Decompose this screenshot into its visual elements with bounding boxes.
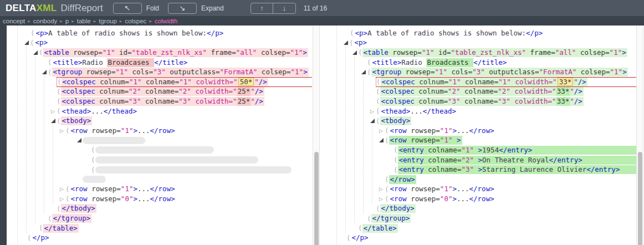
breadcrumb-item-concept[interactable]: concept bbox=[3, 18, 25, 24]
selected-change-value[interactable]: 33* bbox=[558, 78, 574, 86]
extent-bracket-icon: ( bbox=[358, 48, 362, 57]
fold-collapsed-icon[interactable]: ▷ bbox=[49, 109, 57, 114]
extent-bracket-icon: ( bbox=[385, 195, 389, 203]
fold-collapsed-icon[interactable]: ▷ bbox=[58, 186, 65, 192]
fold-collapsed-icon[interactable]: ▷ bbox=[377, 196, 385, 202]
text-content-token: Radio bbox=[401, 58, 426, 67]
selected-change-value[interactable]: 50* bbox=[238, 78, 254, 86]
line-body: (<row rowsep="1">...</row> bbox=[385, 185, 636, 195]
extent-bracket-icon: ( bbox=[358, 224, 362, 232]
breadcrumb-item-colwidth[interactable]: colwidth bbox=[155, 18, 178, 24]
attribute-name-token: cols= bbox=[447, 68, 472, 76]
tag-token: > bbox=[622, 48, 626, 57]
attribute-value-token: "3" bbox=[461, 165, 474, 174]
fold-expanded-icon[interactable] bbox=[40, 70, 48, 74]
tag-token: </p> bbox=[207, 29, 223, 38]
breadcrumb-item-conbody[interactable]: conbody bbox=[33, 18, 57, 24]
diff-change[interactable]: </tgroup> bbox=[52, 214, 92, 223]
attribute-value-token: " bbox=[570, 87, 574, 96]
code-line: (<tbody> bbox=[8, 116, 312, 126]
diff-change[interactable]: <colspec colnum="2" colname="2" colwidth… bbox=[61, 87, 264, 96]
fold-expanded-icon[interactable] bbox=[32, 50, 39, 55]
diff-change[interactable]: <entry colname="2" >On Theatre Royal</en… bbox=[398, 156, 636, 165]
diff-change[interactable]: </table> bbox=[43, 224, 79, 233]
line-body: (</tgroup> bbox=[48, 213, 312, 223]
line-content: <row rowsep="0">...</row> bbox=[70, 195, 176, 203]
scrollbar-track-left[interactable] bbox=[313, 25, 320, 245]
attribute-name-token: colsep= bbox=[576, 68, 610, 76]
diff-change[interactable]: </table> bbox=[362, 224, 398, 233]
fold-expanded-icon[interactable] bbox=[351, 50, 358, 55]
logo-delta: DELTA bbox=[6, 3, 37, 13]
previous-change-button[interactable]: ↑ bbox=[251, 3, 273, 13]
breadcrumb-item-table[interactable]: table bbox=[77, 18, 91, 24]
diff-change[interactable]: <entry colname="1" >1954</entry> bbox=[398, 146, 636, 155]
scrollbar-thumb-right[interactable] bbox=[638, 152, 642, 245]
diff-change[interactable]: <row rowsep="1" > bbox=[389, 136, 462, 145]
diff-change[interactable]: <table rowsep="1" id="table_zst_nlk_xs" … bbox=[362, 48, 627, 57]
attribute-value-token: "1" bbox=[121, 126, 134, 135]
fold-expanded-icon[interactable] bbox=[342, 40, 349, 45]
fold-button[interactable]: ↖ bbox=[113, 3, 142, 14]
diff-change[interactable]: <tgroup rowsep="1" cols="3" outputclass=… bbox=[52, 68, 309, 76]
tag-token: </tgroup> bbox=[372, 214, 410, 223]
scrollbar-thumb-left[interactable] bbox=[314, 152, 319, 245]
fold-arrow-icon: ↖ bbox=[124, 4, 130, 12]
text-content-token: Starring Laurence Olivier bbox=[482, 165, 586, 174]
attribute-value-token: "2" bbox=[448, 87, 461, 96]
tag-token: </table> bbox=[44, 224, 78, 233]
diff-change[interactable]: </tbody> bbox=[380, 204, 416, 213]
attribute-name-token: outputclass= bbox=[485, 68, 539, 76]
extent-bracket-icon: ( bbox=[57, 107, 61, 115]
triangle-glyph bbox=[33, 50, 38, 55]
tag-token: <p> bbox=[35, 38, 48, 47]
fold-expanded-icon[interactable] bbox=[49, 119, 57, 123]
fold-collapsed-icon[interactable]: ▷ bbox=[377, 186, 385, 192]
attribute-name-token: frame= bbox=[207, 48, 236, 57]
breadcrumb-item-p[interactable]: p bbox=[65, 18, 69, 24]
extent-bracket-icon: ( bbox=[65, 195, 70, 203]
fold-expanded-icon[interactable] bbox=[23, 40, 30, 45]
diff-change[interactable]: <colspec colnum="1" colname="1" colwidth… bbox=[381, 78, 587, 86]
diff-change[interactable]: <table rowsep="1" id="table_zst_nlk_xs" … bbox=[43, 48, 308, 57]
code-line: ▷(<thead>...</thead> bbox=[327, 106, 636, 116]
fold-expanded-icon[interactable] bbox=[360, 70, 367, 74]
tag-token: </title> bbox=[154, 58, 187, 67]
fold-collapsed-icon[interactable]: ▷ bbox=[58, 128, 65, 134]
diff-change[interactable]: <colspec colnum="3" colname="3" colwidth… bbox=[380, 97, 584, 106]
tag-token: </thead> bbox=[423, 107, 456, 116]
fold-expanded-icon[interactable] bbox=[75, 138, 83, 142]
next-change-button[interactable]: ↓ bbox=[273, 3, 295, 13]
attribute-value-token: " bbox=[574, 78, 578, 86]
breadcrumb-item-colspec[interactable]: colspec bbox=[125, 18, 146, 24]
expand-button[interactable]: ↘ bbox=[168, 3, 197, 14]
tag-token: > bbox=[133, 185, 137, 193]
fold-expanded-icon[interactable] bbox=[377, 138, 385, 142]
tag-token: <colspec bbox=[381, 87, 415, 96]
diff-change[interactable]: <colspec colnum="3" colname="3" colwidth… bbox=[61, 97, 264, 106]
ghost-bar bbox=[95, 156, 258, 164]
diff-change[interactable]: <tbody> bbox=[380, 116, 412, 125]
diff-change[interactable]: <tbody> bbox=[61, 116, 93, 125]
collapsed-ellipsis-token: ... bbox=[137, 195, 150, 203]
diff-change[interactable]: <colspec colnum="2" colname="2" colwidth… bbox=[380, 87, 584, 96]
fold-collapsed-icon[interactable]: ▷ bbox=[377, 128, 385, 134]
fold-expanded-icon[interactable] bbox=[369, 119, 376, 123]
breadcrumb-item-tgroup[interactable]: tgroup bbox=[99, 18, 117, 24]
fold-collapsed-icon[interactable]: ▷ bbox=[369, 109, 376, 114]
diff-change[interactable]: <tgroup rowsep="1" cols="3" outputclass=… bbox=[371, 68, 628, 76]
line-body: (</tbody> bbox=[57, 204, 312, 214]
diff-change[interactable]: </tgroup> bbox=[371, 214, 411, 223]
extent-bracket-icon: ( bbox=[65, 185, 70, 193]
down-arrow-icon: ↓ bbox=[283, 4, 287, 12]
fold-collapsed-icon[interactable]: ▷ bbox=[58, 196, 65, 202]
diff-change[interactable]: <entry colname="3" >Starring Laurence Ol… bbox=[398, 165, 636, 174]
scrollbar-track-right[interactable] bbox=[636, 25, 643, 245]
diff-change[interactable]: </row> bbox=[389, 175, 416, 184]
breadcrumb-separator-icon: ▸ bbox=[149, 18, 152, 24]
diff-change[interactable]: </tbody> bbox=[61, 204, 96, 213]
line-body: (<colspec colnum="1" colname="1" colwidt… bbox=[376, 77, 636, 87]
diff-change[interactable]: <colspec colnum="1" colname="1" colwidth… bbox=[62, 78, 268, 86]
attribute-value-token: "0" bbox=[440, 195, 453, 203]
line-body: (<title>Radio Broadcases </title> bbox=[48, 58, 312, 68]
